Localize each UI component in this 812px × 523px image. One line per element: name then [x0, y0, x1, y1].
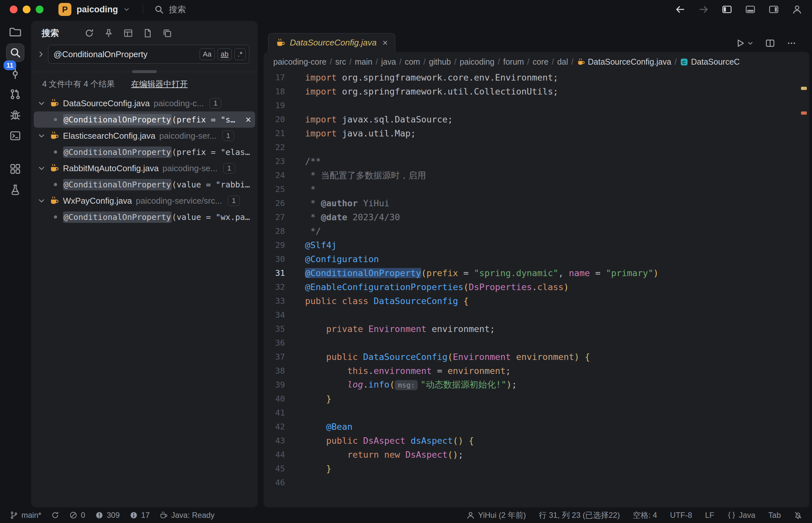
activity-more-tools-button[interactable] — [6, 160, 24, 178]
chevron-down-icon[interactable] — [38, 164, 45, 172]
result-file-row[interactable]: WxPayConfig.javapaicoding-service/src...… — [34, 193, 255, 209]
tab-datasourceconfig[interactable]: DataSourceConfig.java × — [268, 33, 395, 52]
new-tab-icon[interactable] — [143, 28, 153, 38]
breadcrumb-item[interactable]: com — [405, 57, 420, 67]
breadcrumb-item[interactable]: github — [429, 57, 451, 67]
folder-icon — [10, 26, 21, 38]
chevron-down-icon[interactable] — [38, 132, 45, 140]
result-match-row[interactable]: @ConditionalOnProperty(value = "wx.pay.e… — [34, 209, 255, 225]
close-tab-button[interactable]: × — [382, 38, 388, 48]
run-options-chevron-icon[interactable] — [747, 40, 754, 47]
result-file-row[interactable]: ElasticsearchConfig.javapaicoding-ser...… — [34, 128, 255, 144]
blame-widget[interactable]: YiHui (2 年前) — [466, 510, 526, 520]
line-number: 37 — [264, 350, 305, 364]
info-icon — [130, 511, 138, 519]
activity-commit-button[interactable]: 11 — [6, 64, 24, 83]
tab-widget-label: Tab — [768, 511, 781, 520]
notifications-widget[interactable] — [794, 511, 802, 519]
chevron-down-icon[interactable] — [38, 100, 45, 107]
breadcrumb-item[interactable]: DataSourceConfig.java — [577, 57, 671, 67]
expand-replace-chevron-icon[interactable] — [37, 50, 45, 58]
breadcrumb-item[interactable]: src — [335, 57, 346, 67]
more-options-button[interactable] — [787, 38, 796, 48]
breadcrumb-label: DataSourceC — [691, 57, 740, 67]
find-tool-window: 搜索 Aa ab .* 4 文件中有 4 个结果 在编辑器中打开 — [31, 21, 258, 507]
indent-label: 空格: 4 — [633, 510, 657, 520]
match-highlight: @ConditionalOnProperty — [63, 146, 172, 158]
file-type-widget[interactable]: Java — [727, 511, 756, 520]
table-view-icon[interactable] — [123, 28, 133, 38]
resize-grip[interactable] — [132, 70, 157, 73]
breadcrumb-item[interactable]: paicoding-core — [273, 57, 326, 67]
breadcrumb-label: forum — [503, 57, 524, 67]
pin-icon[interactable] — [104, 28, 114, 38]
search-everywhere-button[interactable]: 搜索 — [154, 4, 186, 15]
match-dot-icon — [54, 215, 57, 219]
toggle-bottom-panel-button[interactable] — [745, 4, 756, 15]
run-button[interactable] — [735, 38, 745, 48]
breadcrumb-item[interactable]: java — [381, 57, 396, 67]
toggle-right-panel-button[interactable] — [769, 4, 779, 15]
refresh-icon[interactable] — [84, 28, 94, 38]
breadcrumb-label: src — [335, 57, 346, 67]
open-in-editor-link[interactable]: 在编辑器中打开 — [131, 78, 188, 89]
line-number: 41 — [264, 406, 305, 420]
navigate-back-button[interactable] — [675, 4, 685, 15]
match-case-toggle[interactable]: Aa — [200, 49, 215, 60]
line-number: 17 — [264, 71, 305, 85]
indent-widget[interactable]: 空格: 4 — [633, 510, 657, 520]
breadcrumb-item[interactable]: CDataSourceC — [680, 57, 740, 67]
breadcrumb-separator: / — [552, 57, 554, 67]
breadcrumb-item[interactable]: main — [355, 57, 372, 67]
result-file-row[interactable]: DataSourceConfig.javapaicoding-c...1 — [34, 95, 255, 111]
breadcrumb-item[interactable]: core — [533, 57, 548, 67]
activity-terminal-button[interactable] — [6, 127, 24, 145]
encoding-widget[interactable]: UTF-8 — [670, 511, 692, 520]
code-text: @ConditionalOnProperty(prefix = "spring.… — [305, 266, 809, 280]
warnings-widget[interactable]: 309 — [95, 511, 120, 520]
activity-search-button[interactable] — [6, 43, 24, 62]
toggle-left-panel-button[interactable] — [722, 4, 732, 15]
sync-widget[interactable] — [51, 511, 59, 519]
code-view[interactable]: 17import org.springframework.core.env.En… — [264, 69, 809, 507]
close-window-button[interactable] — [10, 5, 18, 13]
split-editor-button[interactable] — [765, 38, 775, 48]
code-line-45: 45 } — [264, 462, 809, 475]
remove-result-button[interactable]: × — [240, 115, 251, 124]
regex-toggle[interactable]: .* — [234, 49, 246, 60]
result-match-row[interactable]: @ConditionalOnProperty(prefix = "spri...… — [34, 111, 255, 128]
navigate-forward-button[interactable] — [698, 4, 709, 15]
chevron-down-icon[interactable] — [38, 197, 45, 205]
errors-widget[interactable]: 0 — [69, 511, 85, 520]
minimize-window-button[interactable] — [23, 5, 31, 13]
chevron-down-icon — [123, 6, 130, 13]
breadcrumb-item[interactable]: dal — [557, 57, 568, 67]
search-input[interactable] — [54, 49, 197, 59]
open-in-new-window-icon[interactable] — [162, 28, 172, 38]
result-match-row[interactable]: @ConditionalOnProperty(value = "rabbitmq… — [34, 176, 255, 193]
caret-position-widget[interactable]: 行 31, 列 23 (已选择22) — [539, 510, 620, 520]
infos-widget[interactable]: 17 — [130, 511, 150, 520]
tab-widget-widget[interactable]: Tab — [768, 511, 781, 520]
search-field[interactable]: Aa ab .* — [48, 45, 249, 64]
user-account-button[interactable] — [792, 4, 802, 15]
project-widget[interactable]: P paicoding — [58, 3, 130, 16]
line-number: 21 — [264, 126, 305, 140]
code-text: return new DsAspect(); — [305, 448, 809, 462]
result-count-badge: 1 — [222, 131, 234, 141]
result-match-row[interactable]: @ConditionalOnProperty(prefix = "elastic… — [34, 144, 255, 160]
result-file-row[interactable]: RabbitMqAutoConfig.javapaicoding-se...1 — [34, 160, 255, 176]
activity-project-button[interactable] — [6, 23, 24, 41]
breadcrumb-item[interactable]: paicoding — [459, 57, 494, 67]
activity-bar: 11 — [0, 19, 31, 507]
java-status-label: Java: Ready — [171, 511, 214, 520]
activity-debug-button[interactable] — [6, 106, 24, 124]
java-status-widget[interactable]: Java: Ready — [159, 511, 214, 520]
activity-science-button[interactable] — [6, 181, 24, 199]
activity-pull-requests-button[interactable] — [6, 85, 24, 103]
whole-words-toggle[interactable]: ab — [218, 49, 232, 60]
breadcrumb-item[interactable]: forum — [503, 57, 524, 67]
line-ending-widget[interactable]: LF — [705, 511, 714, 520]
zoom-window-button[interactable] — [36, 5, 43, 13]
git-branch-widget[interactable]: main* — [10, 511, 41, 520]
